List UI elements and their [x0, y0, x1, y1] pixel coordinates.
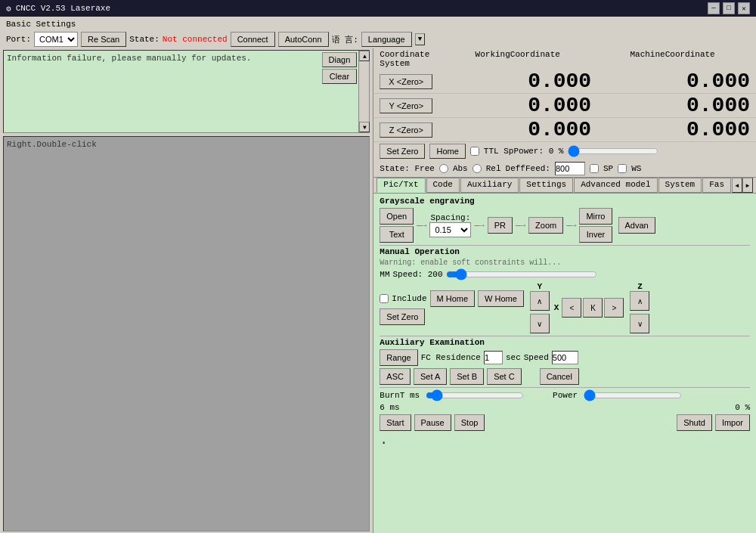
spacing-select[interactable]: 0.05 0.10 0.15 0.20 0.25	[429, 222, 471, 237]
tab-nav-right[interactable]: ►	[742, 178, 753, 193]
coord-system-label: Coordinate System	[380, 50, 440, 68]
text-button[interactable]: Text	[380, 226, 414, 243]
ws-checkbox[interactable]	[618, 164, 627, 173]
burn-t-label: BurnT ms	[380, 391, 420, 400]
grayscale-row: Open Text —→ Spacing: 0.05 0.10 0.15 0.2…	[380, 208, 750, 243]
lang-prefix: 语 言:	[332, 34, 358, 45]
cancel-button[interactable]: Cancel	[540, 368, 579, 385]
tab-fas[interactable]: Fas	[702, 178, 731, 193]
burn-t-slider[interactable]	[426, 389, 524, 401]
tab-system[interactable]: System	[658, 178, 702, 193]
coord-row-z: Z <Zero> 0.000 0.000	[373, 118, 756, 142]
tab-settings[interactable]: Settings	[519, 178, 573, 193]
speed-slider[interactable]	[446, 268, 597, 280]
z-up-button[interactable]: ∧	[630, 291, 649, 311]
autoconn-button[interactable]: AutoConn	[278, 32, 329, 47]
speed2-input[interactable]	[552, 351, 578, 364]
ttl-checkbox[interactable]	[470, 147, 479, 156]
abs-radio[interactable]	[439, 164, 448, 173]
y-machine-value: 0.000	[594, 94, 750, 117]
aux-row2: ASC Set A Set B Set C Cancel	[380, 368, 750, 385]
log-scrollbar: ▲ ▼	[358, 51, 369, 132]
scroll-down-arrow[interactable]: ▼	[359, 122, 370, 132]
log-message: Information failure, please manually for…	[7, 54, 251, 63]
speed-container: MM Speed: 200	[380, 268, 750, 280]
impor-button[interactable]: Impor	[715, 414, 750, 431]
rel-radio[interactable]	[472, 164, 482, 173]
y-zero-button[interactable]: Y <Zero>	[380, 98, 432, 113]
x-zero-button[interactable]: X <Zero>	[380, 74, 432, 89]
left-panel: Information failure, please manually for…	[0, 48, 373, 533]
set-a-button[interactable]: Set A	[414, 368, 447, 385]
tab-advanced-model[interactable]: Advanced model	[574, 178, 657, 193]
set-zero-button[interactable]: Set Zero	[380, 144, 425, 159]
range-button[interactable]: Range	[380, 349, 417, 366]
z-down-button[interactable]: ∨	[630, 314, 649, 333]
include-checkbox[interactable]	[380, 294, 389, 303]
connect-button[interactable]: Connect	[231, 32, 275, 47]
control-row-1: Set Zero Home TTL SpPower: 0 %	[373, 142, 756, 160]
z-zero-button[interactable]: Z <Zero>	[380, 122, 432, 138]
z-working-value: 0.000	[435, 118, 591, 141]
speed-label2: Speed	[524, 353, 549, 362]
x-working-value: 0.000	[435, 70, 591, 93]
y-down-button[interactable]: ∨	[530, 314, 550, 333]
aux-section: Auxiliary Examination Range FC Residence…	[380, 338, 750, 385]
start-button[interactable]: Start	[380, 414, 411, 431]
maximize-button[interactable]: □	[723, 2, 735, 14]
title-bar-controls[interactable]: — □ ✕	[708, 2, 750, 14]
action-row: Start Pause Stop Shutd Impor	[380, 414, 750, 431]
mirror-button[interactable]: Mirro	[579, 208, 612, 225]
control-row-2: State: Free Abs Rel DeffFeed: SP WS	[373, 160, 756, 177]
close-button[interactable]: ✕	[738, 2, 750, 14]
open-button[interactable]: Open	[380, 208, 414, 225]
tab-code[interactable]: Code	[426, 178, 460, 193]
deffeed-input[interactable]	[555, 162, 585, 175]
tab-nav-left[interactable]: ◄	[732, 178, 742, 193]
rescan-button[interactable]: Re Scan	[81, 32, 126, 47]
asc-button[interactable]: ASC	[380, 368, 411, 385]
k-center-button[interactable]: K	[583, 298, 603, 318]
port-select[interactable]: COM1 COM2 COM3	[34, 32, 78, 47]
clear-button[interactable]: Clear	[322, 69, 358, 84]
pr-button[interactable]: PR	[488, 217, 513, 234]
advan-button[interactable]: Advan	[618, 217, 655, 234]
zoom-button[interactable]: Zoom	[528, 217, 563, 234]
sp-checkbox[interactable]	[590, 164, 599, 173]
x-right-button[interactable]: >	[604, 298, 624, 318]
power-slider[interactable]	[584, 389, 682, 401]
abs-label: Abs	[453, 164, 468, 173]
stop-button[interactable]: Stop	[454, 414, 485, 431]
invert-button[interactable]: Inver	[579, 226, 612, 243]
m-home-button[interactable]: M Home	[430, 290, 476, 307]
language-button[interactable]: Language	[361, 32, 412, 47]
fc-value-input[interactable]	[484, 351, 503, 364]
y-axis-label: Y	[538, 282, 543, 291]
diag-btns: Diagn Clear	[322, 52, 358, 84]
home-button[interactable]: Home	[429, 144, 465, 159]
ttl-slider[interactable]	[568, 145, 658, 157]
set-b-button[interactable]: Set B	[450, 368, 484, 385]
lang-dropdown-arrow[interactable]: ▼	[415, 33, 425, 45]
log-area-wrapper: Information failure, please manually for…	[3, 50, 370, 133]
canvas-area[interactable]: Right.Double-click	[3, 136, 370, 531]
scroll-track	[359, 61, 369, 122]
scroll-up-arrow[interactable]: ▲	[359, 51, 370, 61]
shutd-button[interactable]: Shutd	[677, 414, 712, 431]
tab-auxiliary[interactable]: Auxiliary	[460, 178, 519, 193]
right-panel: Coordinate System WorkingCoordinate Mach…	[373, 48, 756, 533]
state-free-label: State: Free	[380, 164, 435, 173]
y-up-button[interactable]: ∧	[530, 291, 550, 311]
x-axis-label: X	[554, 303, 559, 312]
arrow2: —→	[474, 221, 484, 230]
pause-button[interactable]: Pause	[414, 414, 451, 431]
w-home-button[interactable]: W Home	[478, 290, 524, 307]
coord-headers-row: Coordinate System WorkingCoordinate Mach…	[373, 48, 756, 70]
diagn-button[interactable]: Diagn	[322, 52, 358, 67]
z-machine-value: 0.000	[594, 118, 750, 141]
set-zero-main-button[interactable]: Set Zero	[380, 308, 425, 325]
set-c-button[interactable]: Set C	[487, 368, 522, 385]
x-left-button[interactable]: <	[562, 298, 581, 318]
tab-pic-txt[interactable]: Pic/Txt	[376, 178, 425, 193]
minimize-button[interactable]: —	[708, 2, 720, 14]
